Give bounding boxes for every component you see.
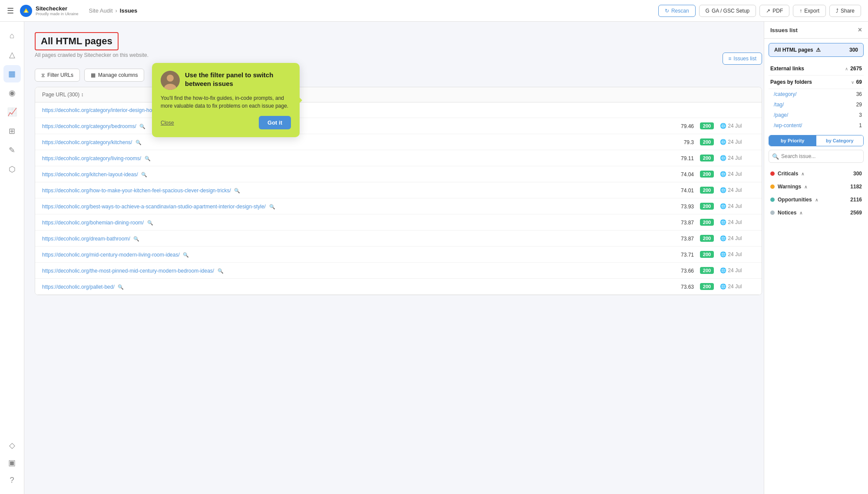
topnav: ☰ Sitechecker Proudly made in Ukraine Si… (0, 0, 868, 22)
opportunities-row[interactable]: Opportunities ∧ 2116 (769, 193, 864, 206)
search-icon: 🔍 (772, 153, 779, 160)
table-row: https://decoholic.org/category/bedrooms/… (35, 118, 762, 134)
url-search-icon[interactable]: 🔍 (234, 188, 240, 193)
subfolder-page[interactable]: /page/ 3 (769, 110, 864, 120)
sidebar-item-analytics[interactable]: 📈 (3, 103, 21, 121)
notices-count: 2569 (850, 210, 862, 216)
col-header-url: Page URL (300) ↕ (42, 92, 659, 98)
tab-by-category[interactable]: by Category (816, 135, 864, 146)
tooltip-title: Use the filter panel to switch between i… (185, 71, 291, 88)
sidebar-item-links[interactable]: ⊞ (3, 122, 21, 140)
sidebar-item-dashboard[interactable]: ▦ (3, 65, 21, 82)
filter-urls-button[interactable]: ⧖ Filter URLs (35, 69, 80, 82)
pages-by-folders-caret: ∨ (851, 80, 854, 85)
table-row: https://decoholic.org/kitchen-layout-ide… (35, 166, 762, 182)
opportunities-count: 2116 (850, 197, 862, 203)
external-links-count: 2675 (850, 66, 862, 72)
sidebar-item-diamond[interactable]: ◇ (3, 437, 21, 454)
url-search-icon[interactable]: 🔍 (133, 236, 139, 241)
url-search-icon[interactable]: 🔍 (145, 156, 151, 161)
notices-caret: ∧ (799, 211, 802, 215)
criticals-dot (770, 171, 775, 176)
html-pages-item[interactable]: All HTML pages ⚠ 300 (769, 43, 864, 57)
table-row: https://decoholic.org/category/living-ro… (35, 150, 762, 166)
tooltip-avatar (161, 71, 180, 90)
issues-panel-title: Issues list (770, 27, 798, 33)
table-row: https://decoholic.org/the-most-pinned-mi… (35, 263, 762, 279)
url-search-icon[interactable]: 🔍 (218, 268, 224, 273)
table-row: https://decoholic.org/bohemian-dining-ro… (35, 214, 762, 231)
filter-icon: ≡ (728, 56, 731, 62)
ga-icon: G (706, 8, 710, 14)
rescan-button[interactable]: ↻ Rescan (658, 5, 696, 17)
table-row: https://decoholic.org/dream-bathroom/ 🔍 … (35, 231, 762, 247)
tab-by-priority[interactable]: by Priority (769, 135, 816, 146)
sidebar-bottom: ◇ ▣ ? (3, 437, 21, 489)
external-links-caret: ∧ (845, 66, 848, 71)
url-link[interactable]: https://decoholic.org/bohemian-dining-ro… (42, 220, 144, 226)
url-link[interactable]: https://decoholic.org/how-to-make-your-k… (42, 188, 231, 194)
sidebar-item-alerts[interactable]: △ (3, 46, 21, 63)
tooltip-popup: Use the filter panel to switch between i… (152, 63, 300, 137)
notices-label: Notices (778, 210, 796, 216)
url-link[interactable]: https://decoholic.org/dream-bathroom/ (42, 236, 130, 242)
warnings-dot (770, 184, 775, 189)
subfolder-tag[interactable]: /tag/ 29 (769, 99, 864, 110)
url-link[interactable]: https://decoholic.org/category/interior-… (42, 107, 163, 113)
subfolder-wp-content[interactable]: /wp-content/ 1 (769, 120, 864, 131)
ga-gsc-button[interactable]: G GA / GSC Setup (699, 5, 756, 17)
warnings-label: Warnings (778, 184, 801, 190)
issues-panel: Issues list × All HTML pages ⚠ 300 Exter… (764, 22, 868, 494)
sidebar-item-help[interactable]: ? (3, 471, 21, 489)
url-link[interactable]: https://decoholic.org/category/kitchens/ (42, 139, 132, 145)
sidebar-item-edit[interactable]: ✎ (3, 142, 21, 159)
url-link[interactable]: https://decoholic.org/kitchen-layout-ide… (42, 171, 138, 178)
warnings-row[interactable]: Warnings ∧ 1182 (769, 180, 864, 193)
html-pages-label: All HTML pages (774, 47, 813, 53)
sidebar-item-home[interactable]: ⌂ (3, 27, 21, 44)
url-link[interactable]: https://decoholic.org/the-most-pinned-mi… (42, 268, 214, 274)
search-issue-input[interactable] (769, 150, 864, 163)
hamburger-icon[interactable]: ☰ (7, 6, 14, 16)
search-input-wrap: 🔍 (769, 150, 864, 163)
tooltip-close-link[interactable]: Close (161, 120, 174, 126)
url-search-icon[interactable]: 🔍 (183, 252, 189, 257)
html-pages-count: 300 (849, 47, 858, 53)
breadcrumb-parent[interactable]: Site Audit (89, 7, 113, 14)
warnings-count: 1182 (850, 184, 862, 190)
notices-row[interactable]: Notices ∧ 2569 (769, 206, 864, 219)
criticals-row[interactable]: Criticals ∧ 300 (769, 167, 864, 180)
pages-by-folders-row[interactable]: Pages by folders ∨ 69 (769, 76, 864, 89)
url-link[interactable]: https://decoholic.org/mid-century-modern… (42, 252, 180, 258)
issues-list-button[interactable]: ≡ Issues list (723, 53, 762, 65)
subfolder-category[interactable]: /category/ 36 (769, 89, 864, 99)
html-pages-item-left: All HTML pages ⚠ (774, 47, 821, 53)
url-link[interactable]: https://decoholic.org/category/living-ro… (42, 155, 141, 161)
share-button[interactable]: ⤴ Share (829, 5, 861, 17)
opportunities-dot (770, 198, 775, 202)
opportunities-label: Opportunities (778, 197, 812, 203)
manage-columns-button[interactable]: ▦ Manage columns (84, 69, 144, 82)
issues-panel-body: All HTML pages ⚠ 300 External links ∧ 26… (764, 39, 868, 494)
logo-text-block: Sitechecker Proudly made in Ukraine (36, 5, 79, 16)
url-search-icon[interactable]: 🔍 (135, 140, 142, 145)
sidebar-item-monitor[interactable]: ◉ (3, 84, 21, 102)
url-link[interactable]: https://decoholic.org/pallet-bed/ (42, 284, 115, 290)
external-links-row[interactable]: External links ∧ 2675 (769, 62, 864, 76)
url-search-icon[interactable]: 🔍 (269, 204, 275, 209)
pdf-button[interactable]: ↗ PDF (759, 5, 789, 17)
url-search-icon[interactable]: 🔍 (139, 124, 145, 129)
sidebar-item-extensions[interactable]: ⬡ (3, 161, 21, 178)
url-search-icon[interactable]: 🔍 (147, 220, 153, 225)
export-button[interactable]: ↑ Export (793, 5, 826, 17)
warnings-caret: ∧ (804, 184, 807, 189)
main-content: All HTML pages All pages crawled by Site… (24, 22, 868, 494)
url-search-icon[interactable]: 🔍 (141, 172, 147, 177)
tooltip-got-it-button[interactable]: Got it (259, 116, 291, 129)
url-link[interactable]: https://decoholic.org/best-ways-to-achie… (42, 204, 266, 210)
url-link[interactable]: https://decoholic.org/category/bedrooms/ (42, 123, 136, 129)
issues-panel-close-button[interactable]: × (858, 26, 862, 34)
sidebar-item-storage[interactable]: ▣ (3, 454, 21, 471)
table-row: https://decoholic.org/pallet-bed/ 🔍 73.6… (35, 279, 762, 295)
url-search-icon[interactable]: 🔍 (118, 284, 124, 290)
